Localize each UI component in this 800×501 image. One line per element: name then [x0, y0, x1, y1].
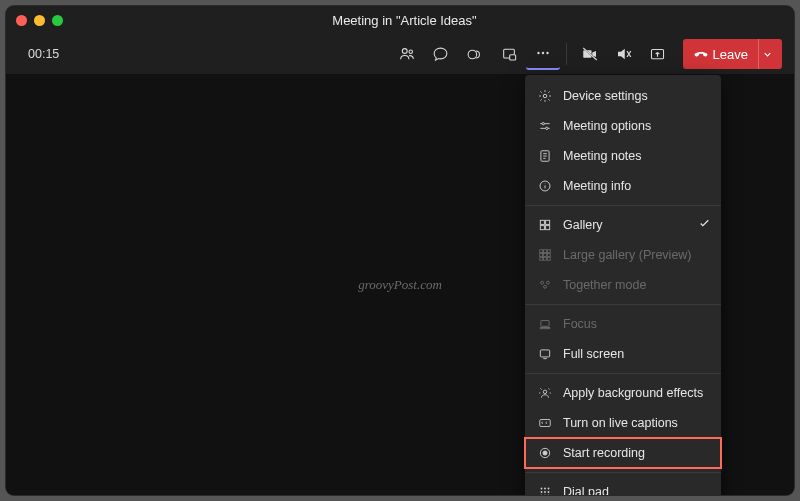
svg-point-0	[402, 49, 407, 54]
svg-rect-20	[540, 250, 543, 253]
svg-rect-4	[509, 55, 515, 60]
svg-rect-34	[540, 350, 549, 357]
people-icon	[398, 45, 416, 63]
leave-label: Leave	[713, 47, 748, 62]
svg-point-13	[546, 127, 548, 129]
background-effects-icon	[537, 385, 553, 401]
focus-icon	[537, 316, 553, 332]
gallery-icon	[537, 217, 553, 233]
svg-point-38	[543, 451, 547, 455]
captions-icon	[537, 415, 553, 431]
menu-together-mode: Together mode	[525, 270, 721, 300]
check-icon	[698, 217, 711, 233]
people-button[interactable]	[390, 38, 424, 70]
menu-label: Turn on live captions	[563, 416, 709, 430]
svg-point-29	[541, 281, 544, 284]
gear-icon	[537, 88, 553, 104]
svg-rect-16	[540, 220, 544, 224]
meeting-timer: 00:15	[28, 47, 59, 61]
svg-rect-19	[546, 226, 550, 230]
reactions-button[interactable]	[458, 38, 492, 70]
menu-dial-pad[interactable]: Dial pad	[525, 477, 721, 495]
ellipsis-icon	[534, 44, 552, 62]
svg-point-41	[548, 488, 550, 490]
record-icon	[537, 445, 553, 461]
svg-point-44	[548, 491, 550, 493]
menu-label: Meeting info	[563, 179, 709, 193]
svg-point-12	[542, 123, 544, 125]
menu-meeting-info[interactable]: Meeting info	[525, 171, 721, 201]
menu-apply-background[interactable]: Apply background effects	[525, 378, 721, 408]
svg-rect-26	[540, 257, 543, 260]
sliders-icon	[537, 118, 553, 134]
svg-point-31	[544, 285, 547, 288]
svg-point-42	[541, 491, 543, 493]
menu-separator	[525, 373, 721, 374]
menu-label: Meeting notes	[563, 149, 709, 163]
more-actions-menu: Device settings Meeting options Meeting …	[525, 75, 721, 495]
svg-point-35	[543, 390, 547, 394]
menu-separator	[525, 472, 721, 473]
chat-icon	[432, 46, 449, 63]
titlebar: Meeting in "Article Ideas"	[6, 6, 794, 34]
menu-device-settings[interactable]: Device settings	[525, 81, 721, 111]
svg-point-39	[541, 488, 543, 490]
breakout-rooms-icon	[501, 46, 517, 62]
leave-chevron[interactable]	[758, 39, 776, 69]
menu-label: Gallery	[563, 218, 709, 232]
camera-button[interactable]	[573, 38, 607, 70]
chat-button[interactable]	[424, 38, 458, 70]
dialpad-icon	[537, 484, 553, 495]
svg-point-7	[546, 52, 548, 54]
notes-icon	[537, 148, 553, 164]
large-gallery-icon	[537, 247, 553, 263]
rooms-button[interactable]	[492, 38, 526, 70]
window-title: Meeting in "Article Ideas"	[25, 13, 784, 28]
leave-button[interactable]: Leave	[683, 39, 782, 69]
svg-rect-21	[544, 250, 547, 253]
fullscreen-icon	[537, 346, 553, 362]
menu-separator	[525, 304, 721, 305]
svg-point-2	[468, 50, 477, 59]
meeting-toolbar: 00:15	[6, 34, 794, 74]
svg-point-5	[537, 52, 539, 54]
menu-live-captions[interactable]: Turn on live captions	[525, 408, 721, 438]
menu-large-gallery: Large gallery (Preview)	[525, 240, 721, 270]
svg-rect-36	[540, 420, 551, 427]
camera-off-icon	[581, 45, 599, 63]
watermark: groovyPost.com	[358, 277, 442, 293]
info-icon	[537, 178, 553, 194]
menu-full-screen[interactable]: Full screen	[525, 339, 721, 369]
menu-label: Apply background effects	[563, 386, 709, 400]
svg-rect-33	[540, 328, 549, 329]
toolbar-divider	[566, 43, 567, 65]
share-button[interactable]	[641, 38, 675, 70]
menu-label: Dial pad	[563, 485, 709, 495]
menu-meeting-notes[interactable]: Meeting notes	[525, 141, 721, 171]
menu-meeting-options[interactable]: Meeting options	[525, 111, 721, 141]
menu-label: Large gallery (Preview)	[563, 248, 709, 262]
svg-rect-18	[540, 226, 544, 230]
svg-point-6	[541, 52, 543, 54]
menu-label: Focus	[563, 317, 709, 331]
menu-separator	[525, 205, 721, 206]
app-window: Meeting in "Article Ideas" 00:15	[6, 6, 794, 495]
svg-rect-22	[547, 250, 550, 253]
menu-gallery[interactable]: Gallery	[525, 210, 721, 240]
svg-rect-23	[540, 254, 543, 257]
svg-point-30	[546, 281, 549, 284]
more-actions-button[interactable]	[526, 38, 560, 70]
svg-rect-25	[547, 254, 550, 257]
svg-rect-28	[547, 257, 550, 260]
menu-label: Start recording	[563, 446, 709, 460]
mic-button[interactable]	[607, 38, 641, 70]
menu-start-recording[interactable]: Start recording	[525, 438, 721, 468]
raise-hand-icon	[466, 46, 483, 63]
menu-label: Meeting options	[563, 119, 709, 133]
menu-label: Device settings	[563, 89, 709, 103]
menu-focus: Focus	[525, 309, 721, 339]
share-screen-icon	[649, 46, 666, 63]
svg-point-40	[544, 488, 546, 490]
hangup-icon	[693, 46, 709, 62]
svg-point-1	[409, 50, 412, 53]
